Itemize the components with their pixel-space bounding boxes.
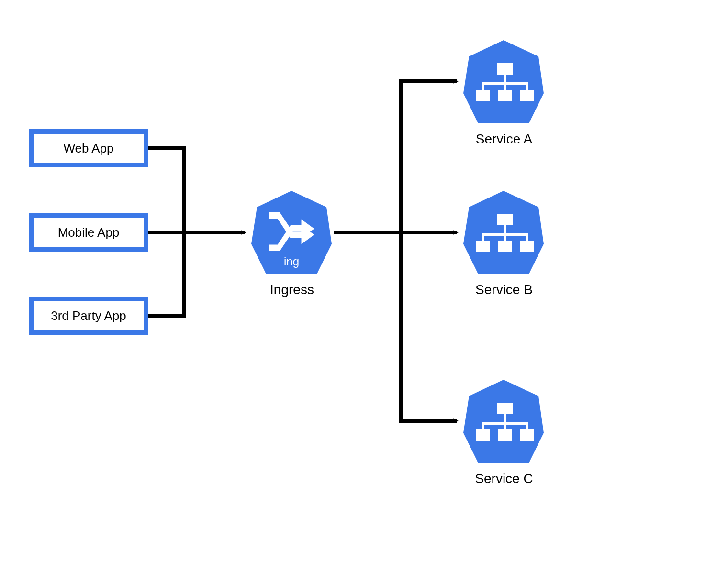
- client-box-mobile-app: Mobile App: [29, 213, 148, 252]
- svg-rect-20: [498, 241, 512, 252]
- client-label: Mobile App: [58, 225, 120, 240]
- svg-rect-3: [497, 63, 513, 75]
- ingress-label: Ingress: [266, 282, 318, 297]
- svg-rect-28: [526, 422, 528, 430]
- svg-rect-13: [497, 214, 513, 225]
- svg-rect-21: [520, 241, 534, 252]
- service-label-a: Service A: [473, 132, 535, 147]
- heptagon-icon: [462, 189, 546, 277]
- svg-rect-6: [482, 82, 484, 91]
- service-label-c: Service C: [473, 471, 535, 486]
- client-box-third-party-app: 3rd Party App: [29, 297, 148, 335]
- svg-rect-29: [476, 429, 490, 441]
- client-label: Web App: [63, 141, 113, 156]
- service-label-b: Service B: [473, 282, 535, 297]
- svg-rect-23: [497, 403, 513, 414]
- svg-rect-18: [526, 233, 528, 242]
- client-box-web-app: Web App: [29, 129, 148, 167]
- connectors-layer: [0, 0, 728, 583]
- heptagon-icon: [462, 38, 546, 127]
- service-node-a: [462, 38, 546, 129]
- svg-rect-31: [520, 429, 534, 441]
- svg-rect-17: [504, 233, 506, 242]
- svg-rect-11: [520, 90, 534, 101]
- svg-rect-9: [476, 90, 490, 101]
- svg-rect-10: [498, 90, 512, 101]
- service-node-c: [462, 378, 546, 468]
- svg-rect-27: [504, 422, 506, 430]
- service-node-b: [462, 189, 546, 279]
- ingress-node: ing: [250, 189, 334, 279]
- svg-rect-30: [498, 429, 512, 441]
- svg-rect-8: [526, 82, 528, 91]
- heptagon-icon: ing: [250, 189, 334, 277]
- svg-rect-26: [482, 422, 484, 430]
- ingress-icon-text: ing: [284, 255, 299, 268]
- svg-rect-7: [504, 82, 506, 91]
- svg-rect-19: [476, 241, 490, 252]
- svg-rect-16: [482, 233, 484, 242]
- client-label: 3rd Party App: [51, 308, 126, 323]
- heptagon-icon: [462, 378, 546, 466]
